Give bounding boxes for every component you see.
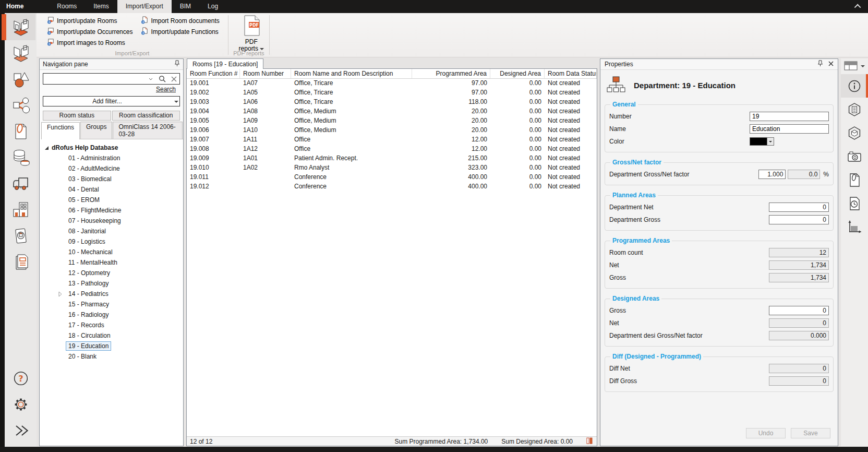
tree-item[interactable]: 11 - MentalHealth — [40, 257, 183, 268]
tree-item[interactable]: 10 - Mechanical — [40, 247, 183, 257]
logistics-icon[interactable] — [6, 171, 35, 197]
help-icon[interactable]: ? — [6, 365, 35, 391]
occurrences-icon[interactable] — [6, 92, 35, 118]
tree-item[interactable]: 16 - Radiology — [40, 310, 183, 320]
tree-item[interactable]: 18 - Circulation — [40, 330, 183, 341]
ribbon-button[interactable]: Import/update Functions — [138, 26, 222, 37]
menu-tab[interactable]: Log — [199, 0, 226, 13]
tree-item[interactable]: 15 - Pharmacy — [40, 299, 183, 310]
table-row[interactable]: 19.009 1A01 Patient Admin. Recept. 215.0… — [187, 154, 597, 163]
pin-icon[interactable] — [174, 60, 180, 68]
column-header[interactable]: Room Function # — [187, 69, 240, 78]
tree-item[interactable]: 19 - Education — [40, 341, 183, 351]
reports-icon[interactable] — [6, 249, 35, 275]
tree-item[interactable]: 20 - Blank — [40, 351, 183, 362]
collapse-node-icon[interactable] — [45, 146, 49, 150]
tree-item[interactable]: 09 - Logistics — [40, 236, 183, 247]
table-row[interactable]: 19.002 1A05 Office, Tricare 97.00 0.00 N… — [187, 88, 597, 98]
settings-icon[interactable] — [6, 391, 35, 418]
table-row[interactable]: 19.003 1A06 Office, Tricare 118.00 0.00 … — [187, 98, 597, 107]
menu-tab[interactable]: BIM — [172, 0, 199, 13]
info-icon[interactable] — [841, 74, 868, 98]
property-value-field[interactable]: 0 — [769, 203, 829, 212]
save-button[interactable]: Save — [791, 428, 830, 438]
tree-item[interactable]: 01 - Administration — [40, 153, 183, 163]
table-row[interactable]: 19.005 1A09 Office, Medium 20.00 0.00 No… — [187, 116, 597, 126]
filter-tab[interactable]: Room status — [43, 111, 111, 121]
menu-tab[interactable]: Import/Export — [117, 0, 172, 13]
table-row[interactable]: 19.006 1A10 Office, Medium 20.00 0.00 No… — [187, 126, 597, 135]
search-link[interactable]: Search — [156, 86, 176, 93]
ribbon-button[interactable]: Import/update Rooms — [44, 15, 136, 26]
classification-tab[interactable]: Functions — [41, 122, 80, 139]
ribbon-button[interactable]: Import/update Occurrences — [44, 26, 136, 37]
model-icon[interactable] — [841, 121, 868, 145]
pdf-reports-button[interactable]: PDF PDF reports — [236, 15, 267, 52]
table-row[interactable]: 19.004 1A08 Office, Medium 20.00 0.00 No… — [187, 107, 597, 116]
search-input[interactable] — [43, 74, 145, 84]
tree-item[interactable]: 06 - FlightMedicine — [40, 205, 183, 216]
column-header[interactable]: Room Name and Room Description — [291, 69, 412, 78]
tree-item[interactable]: 05 - EROM — [40, 195, 183, 205]
pin-icon[interactable] — [817, 60, 823, 68]
items-icon[interactable] — [6, 66, 35, 92]
ribbon-button[interactable]: Import Room documents — [138, 15, 222, 26]
area-chart-icon[interactable] — [586, 437, 594, 446]
table-row[interactable]: 19.012 Conference 400.00 0.00 Not create… — [187, 182, 597, 192]
table-row[interactable]: 19.011 Conference 400.00 0.00 Not create… — [187, 173, 597, 182]
property-value-field[interactable]: 0 — [769, 306, 829, 315]
close-icon[interactable] — [828, 61, 834, 68]
expand-sidebar-icon[interactable] — [6, 418, 35, 444]
log-icon[interactable] — [841, 192, 868, 215]
name-field[interactable] — [750, 124, 829, 134]
layout-selector-icon[interactable] — [844, 61, 858, 73]
datasheet-icon[interactable] — [841, 98, 868, 121]
rooms-tab[interactable]: Rooms [19 - Education] — [187, 58, 263, 69]
collapse-ribbon-icon[interactable] — [848, 0, 868, 13]
layout-caret-icon[interactable] — [861, 65, 865, 67]
ribbon-button[interactable]: Import images to Rooms — [44, 37, 136, 48]
menu-tab[interactable]: Rooms — [49, 0, 85, 13]
tree-item[interactable]: 04 - Dental — [40, 184, 183, 195]
column-header[interactable]: Programmed Area — [412, 69, 490, 78]
color-dropdown-icon[interactable] — [767, 137, 774, 146]
facility-icon[interactable] — [6, 197, 35, 223]
tree-item[interactable]: 12 - Optometry — [40, 268, 183, 278]
property-value-field[interactable]: 0 — [769, 318, 829, 328]
tree-item[interactable]: 03 - Biomedical — [40, 174, 183, 184]
classification-tab[interactable]: OmniClass 14 2006-03-28 — [113, 122, 183, 139]
attachments-icon[interactable] — [841, 168, 868, 192]
tree-item[interactable]: 14 - Pediatrics — [40, 289, 183, 299]
color-swatch[interactable] — [750, 137, 767, 146]
filter-tab[interactable]: Room classification — [112, 111, 180, 121]
menu-tab[interactable]: Items — [85, 0, 117, 13]
images-icon[interactable] — [841, 145, 868, 168]
expand-node-icon[interactable] — [58, 291, 66, 297]
classification-tab[interactable]: Groups — [80, 122, 112, 139]
tree-item[interactable]: 17 - Records — [40, 320, 183, 330]
add-filter-button[interactable]: Add filter... — [43, 96, 180, 106]
property-value-field[interactable]: 0.000 — [769, 331, 829, 340]
tree-item[interactable]: 13 - Pathology — [40, 278, 183, 289]
column-header[interactable]: Designed Area — [490, 69, 545, 78]
undo-button[interactable]: Undo — [746, 428, 786, 438]
rooms-alt-icon[interactable] — [6, 40, 35, 66]
clear-search-icon[interactable] — [168, 76, 179, 82]
menu-home[interactable]: Home — [0, 0, 33, 13]
finance-icon[interactable] — [6, 145, 35, 171]
column-header[interactable]: Room Data Status — [545, 69, 597, 78]
measurements-icon[interactable] — [841, 215, 868, 239]
column-header[interactable]: Room Number — [240, 69, 291, 78]
tree-item[interactable]: 02 - AdultMedicine — [40, 163, 183, 174]
table-row[interactable]: 19.008 1A12 Office 12.00 0.00 Not create… — [187, 145, 597, 154]
search-options-chevron-icon[interactable] — [145, 78, 156, 80]
documents-icon[interactable] — [6, 118, 35, 145]
table-row[interactable]: 19.007 1A11 Office 12.00 0.00 Not create… — [187, 135, 597, 145]
tree-root[interactable]: dRofus Help Database — [40, 142, 183, 153]
search-icon[interactable] — [156, 75, 168, 82]
property-value-field[interactable]: 0 — [769, 215, 829, 224]
table-row[interactable]: 19.010 1A02 Rmo Analyst 323.00 0.00 Not … — [187, 163, 597, 173]
rooms-icon[interactable] — [6, 14, 35, 40]
number-field[interactable] — [750, 112, 829, 121]
tree-item[interactable]: 07 - Housekeeping — [40, 216, 183, 226]
